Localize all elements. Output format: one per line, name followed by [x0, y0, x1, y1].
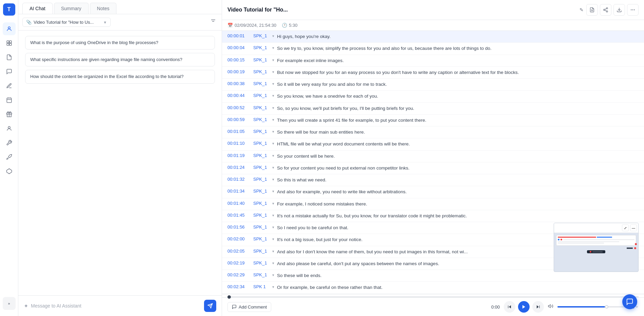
suggestions-area: What is the purpose of using OneDrive in…: [18, 31, 222, 295]
transcript-row[interactable]: 00:01:45 SPK_1 ▾ It's not a mistake actu…: [222, 210, 644, 222]
transcript-row[interactable]: 00:00:04 SPK_1 ▾ So we try to, you know,…: [222, 43, 644, 55]
thumbnail-expand-btn[interactable]: ⤢: [622, 224, 629, 231]
transcript-row[interactable]: 00:01:05 SPK_1 ▾ So there will be four m…: [222, 126, 644, 138]
transcript-chevron: ▾: [272, 118, 274, 122]
tab-ai-chat[interactable]: AI Chat: [22, 3, 53, 14]
svg-point-28: [634, 9, 634, 10]
transcript-row[interactable]: 00:01:24 SPK_1 ▾ So for your content you…: [222, 162, 644, 174]
transcript-speaker: SPK_1: [253, 224, 270, 230]
transcript-speaker: SPK_1: [253, 93, 270, 98]
chat-bubble-button[interactable]: [622, 294, 637, 309]
transcript-time: 00:02:29: [227, 272, 251, 277]
svg-line-24: [605, 8, 607, 9]
send-button[interactable]: [204, 300, 216, 312]
right-panel: Video Tutorial for "Ho... ✎ 📅 02/09/2024…: [222, 0, 644, 316]
transcript-chevron: ▾: [272, 141, 274, 146]
svg-point-0: [8, 27, 10, 29]
transcript-chevron: ▾: [272, 130, 274, 134]
transcript-text: So your content will be here.: [277, 153, 639, 160]
transcript-text: So there will be four main sub entities …: [277, 129, 639, 136]
sidebar-item-users[interactable]: [3, 22, 16, 35]
transcript-time: 00:01:40: [227, 201, 251, 206]
transcript-time: 00:00:38: [227, 81, 251, 86]
transcript-time: 00:01:32: [227, 177, 251, 182]
seek-bar-thumb[interactable]: [227, 295, 231, 299]
suggestion-1[interactable]: What is the purpose of using OneDrive in…: [25, 36, 215, 50]
sidebar-item-diamond[interactable]: [3, 165, 16, 178]
transcript-row[interactable]: 00:01:10 SPK_1 ▾ HTML file will be what …: [222, 138, 644, 150]
transcript-speaker: SPK_1: [253, 189, 270, 194]
skip-back-button[interactable]: [504, 301, 515, 313]
transcript-row[interactable]: 00:00:19 SPK_1 ▾ But now we stopped for …: [222, 67, 644, 79]
svg-point-20: [606, 7, 608, 9]
app-logo: T: [3, 3, 15, 16]
transcript-row[interactable]: 00:02:34 SPK 1 ▾ Or for example, be care…: [222, 282, 644, 294]
sidebar-item-document[interactable]: [3, 51, 16, 64]
add-comment-button[interactable]: Add Comment: [227, 302, 271, 312]
transcript-row[interactable]: 00:01:32 SPK_1 ▾ So this is what we need…: [222, 174, 644, 186]
sidebar-item-tools[interactable]: [3, 136, 16, 149]
svg-point-21: [604, 9, 605, 11]
transcript-row[interactable]: 00:00:59 SPK_1 ▾ Then you will create a …: [222, 115, 644, 126]
sidebar-item-calendar[interactable]: [3, 94, 16, 106]
transcript-speaker: SPK_1: [253, 57, 270, 62]
transcript-speaker: SPK_1: [253, 105, 270, 110]
tab-notes[interactable]: Notes: [90, 3, 117, 14]
transcript-speaker: SPK_1: [253, 153, 270, 158]
transcript-row[interactable]: 00:00:01 SPK_1 ▾ Hi guys, hope you're ok…: [222, 31, 644, 43]
transcript-text: So it will be very easy for you and also…: [277, 81, 639, 88]
transcript-time: 00:00:59: [227, 117, 251, 122]
download-action-button[interactable]: [613, 4, 625, 16]
sidebar-item-gift[interactable]: [3, 108, 16, 121]
filter-button[interactable]: [209, 17, 218, 27]
more-action-button[interactable]: [627, 4, 639, 16]
file-selector-dropdown[interactable]: 📎 Video Tutorial for "How to Us... ▼: [22, 18, 111, 27]
sidebar-item-rocket[interactable]: [3, 151, 16, 163]
transcript-row[interactable]: 00:00:44 SPK_1 ▾ So you know, we have a …: [222, 91, 644, 102]
share-action-button[interactable]: [600, 4, 611, 16]
svg-rect-3: [7, 43, 9, 45]
sidebar-item-grid[interactable]: [3, 37, 16, 50]
transcript-time: 00:00:04: [227, 45, 251, 50]
suggestion-2[interactable]: What specific instructions are given reg…: [25, 53, 215, 66]
tab-summary[interactable]: Summary: [54, 3, 89, 14]
transcript-row[interactable]: 00:01:19 SPK_1 ▾ So your content will be…: [222, 151, 644, 162]
transcript-row[interactable]: 00:00:15 SPK_1 ▾ For example excel inlin…: [222, 55, 644, 67]
volume-thumb[interactable]: [605, 305, 608, 309]
transcript-chevron: ▾: [272, 106, 274, 110]
sidebar-item-edit[interactable]: [3, 79, 16, 92]
transcript-chevron: ▾: [272, 94, 274, 98]
meta-date: 📅 02/09/2024, 21:54:30: [227, 23, 276, 28]
transcript-time: 00:01:45: [227, 213, 251, 218]
right-panel-header: Video Tutorial for "Ho... ✎: [222, 0, 644, 20]
transcript-time: 00:02:34: [227, 284, 251, 289]
suggestion-3[interactable]: How should the content be organized in t…: [25, 70, 215, 83]
sidebar-item-chat[interactable]: [3, 65, 16, 78]
transcript-text: So these will be ends.: [277, 272, 639, 279]
play-button[interactable]: [518, 301, 530, 313]
volume-button[interactable]: [548, 303, 553, 310]
transcript-chevron: ▾: [272, 82, 274, 86]
seek-bar[interactable]: [227, 296, 639, 297]
seek-bar-container[interactable]: [222, 294, 644, 297]
transcript-row[interactable]: 00:00:52 SPK_1 ▾ So, so you know, we'll …: [222, 103, 644, 115]
thumbnail-close-btn[interactable]: —: [630, 224, 637, 231]
transcript-speaker: SPK_1: [253, 141, 270, 146]
transcript-text: HTML file will be what your word documen…: [277, 141, 639, 147]
player-time-display: 0:00: [491, 304, 500, 310]
transcript-row[interactable]: 00:00:38 SPK_1 ▾ So it will be very easy…: [222, 79, 644, 91]
edit-title-icon[interactable]: ✎: [579, 7, 584, 13]
transcript-chevron: ▾: [272, 285, 274, 289]
transcript-row[interactable]: 00:01:34 SPK_1 ▾ And also for example, y…: [222, 186, 644, 198]
skip-forward-button[interactable]: [532, 301, 544, 313]
transcript-chevron: ▾: [272, 273, 274, 277]
sidebar-item-person[interactable]: [3, 122, 16, 135]
transcript-chevron: ▾: [272, 249, 274, 254]
doc-action-button[interactable]: [586, 4, 598, 16]
transcript-chevron: ▾: [272, 213, 274, 218]
transcript-text: So you know, we have a onedrive for each…: [277, 93, 639, 100]
transcript-row[interactable]: 00:01:40 SPK_1 ▾ For example, I noticed …: [222, 198, 644, 210]
sidebar-expand-btn[interactable]: »: [3, 297, 16, 310]
volume-slider[interactable]: [557, 306, 625, 308]
message-input[interactable]: [31, 303, 201, 309]
